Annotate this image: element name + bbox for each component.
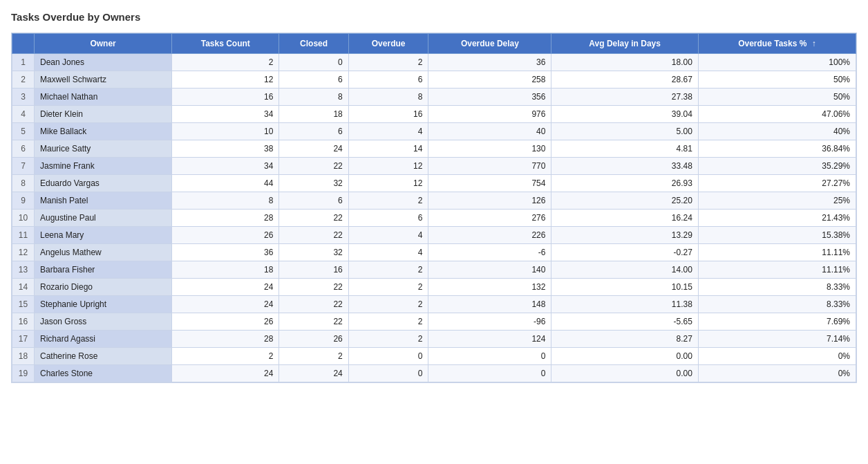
table-row: 16Jason Gross26222-96-5.657.69% xyxy=(12,313,856,331)
cell-rownum: 15 xyxy=(12,296,35,313)
table-row: 11Leena Mary2622422613.2915.38% xyxy=(12,227,856,244)
cell-overdueDelay: 0 xyxy=(428,365,551,382)
col-header-tasks-count[interactable]: Tasks Count xyxy=(172,34,279,54)
cell-tasksCount: 24 xyxy=(172,296,279,313)
cell-overdueDelay: 276 xyxy=(428,210,551,227)
cell-overdueDelay: 148 xyxy=(428,296,551,313)
cell-tasksCount: 2 xyxy=(172,348,279,365)
cell-overdueTasksPct: 50% xyxy=(698,89,856,106)
cell-closed: 32 xyxy=(279,175,348,192)
cell-tasksCount: 8 xyxy=(172,192,279,210)
cell-closed: 8 xyxy=(279,89,348,106)
cell-rownum: 11 xyxy=(12,227,35,244)
cell-tasksCount: 34 xyxy=(172,106,279,123)
cell-tasksCount: 44 xyxy=(172,175,279,192)
cell-closed: 22 xyxy=(279,227,348,244)
cell-overdue: 2 xyxy=(348,296,428,313)
cell-overdue: 2 xyxy=(348,54,428,71)
col-header-overdue-delay[interactable]: Overdue Delay xyxy=(428,34,551,54)
cell-overdue: 6 xyxy=(348,71,428,89)
cell-overdue: 12 xyxy=(348,175,428,192)
col-header-overdue-pct[interactable]: Overdue Tasks % ↑ xyxy=(698,34,856,54)
cell-overdueTasksPct: 11.11% xyxy=(698,261,856,279)
cell-closed: 22 xyxy=(279,313,348,331)
cell-rownum: 9 xyxy=(12,192,35,210)
cell-overdueTasksPct: 8.33% xyxy=(698,279,856,296)
cell-rownum: 8 xyxy=(12,175,35,192)
cell-overdueDelay: 258 xyxy=(428,71,551,89)
cell-rownum: 7 xyxy=(12,158,35,175)
col-header-owner[interactable]: Owner xyxy=(35,34,172,54)
cell-tasksCount: 18 xyxy=(172,261,279,279)
cell-owner: Eduardo Vargas xyxy=(35,175,172,192)
cell-owner: Leena Mary xyxy=(35,227,172,244)
cell-overdueDelay: 132 xyxy=(428,279,551,296)
sort-asc-icon: ↑ xyxy=(812,39,816,48)
cell-owner: Jason Gross xyxy=(35,313,172,331)
cell-overdueTasksPct: 7.14% xyxy=(698,331,856,348)
cell-overdueTasksPct: 7.69% xyxy=(698,313,856,331)
cell-overdue: 12 xyxy=(348,158,428,175)
cell-overdue: 6 xyxy=(348,210,428,227)
cell-overdue: 4 xyxy=(348,227,428,244)
cell-closed: 22 xyxy=(279,210,348,227)
cell-overdueTasksPct: 36.84% xyxy=(698,140,856,158)
cell-tasksCount: 10 xyxy=(172,123,279,140)
cell-overdue: 2 xyxy=(348,331,428,348)
cell-overdue: 8 xyxy=(348,89,428,106)
cell-overdue: 0 xyxy=(348,365,428,382)
table-row: 4Dieter Klein34181697639.0447.06% xyxy=(12,106,856,123)
table-row: 5Mike Ballack1064405.0040% xyxy=(12,123,856,140)
col-header-avg-delay[interactable]: Avg Delay in Days xyxy=(551,34,698,54)
cell-overdueDelay: 356 xyxy=(428,89,551,106)
cell-avgDelayDays: 11.38 xyxy=(551,296,698,313)
page-title: Tasks Overdue by Owners xyxy=(11,11,857,23)
cell-avgDelayDays: 26.93 xyxy=(551,175,698,192)
table-container: Owner Tasks Count Closed Overdue Overdue… xyxy=(11,33,857,383)
cell-closed: 6 xyxy=(279,123,348,140)
cell-owner: Michael Nathan xyxy=(35,89,172,106)
cell-closed: 18 xyxy=(279,106,348,123)
cell-overdueDelay: 226 xyxy=(428,227,551,244)
cell-overdueTasksPct: 27.27% xyxy=(698,175,856,192)
cell-tasksCount: 38 xyxy=(172,140,279,158)
cell-tasksCount: 24 xyxy=(172,365,279,382)
cell-overdueDelay: -6 xyxy=(428,244,551,261)
cell-tasksCount: 28 xyxy=(172,331,279,348)
cell-overdueTasksPct: 21.43% xyxy=(698,210,856,227)
cell-avgDelayDays: 13.29 xyxy=(551,227,698,244)
cell-owner: Rozario Diego xyxy=(35,279,172,296)
cell-rownum: 19 xyxy=(12,365,35,382)
cell-closed: 6 xyxy=(279,192,348,210)
cell-overdueTasksPct: 11.11% xyxy=(698,244,856,261)
cell-owner: Charles Stone xyxy=(35,365,172,382)
col-header-overdue[interactable]: Overdue xyxy=(348,34,428,54)
cell-overdue: 2 xyxy=(348,261,428,279)
cell-owner: Dieter Klein xyxy=(35,106,172,123)
cell-avgDelayDays: 33.48 xyxy=(551,158,698,175)
cell-avgDelayDays: 14.00 xyxy=(551,261,698,279)
cell-avgDelayDays: 18.00 xyxy=(551,54,698,71)
table-row: 9Manish Patel86212625.2025% xyxy=(12,192,856,210)
table-row: 3Michael Nathan168835627.3850% xyxy=(12,89,856,106)
table-row: 17Richard Agassi282621248.277.14% xyxy=(12,331,856,348)
cell-closed: 22 xyxy=(279,296,348,313)
cell-owner: Stephanie Upright xyxy=(35,296,172,313)
tasks-overdue-table: Owner Tasks Count Closed Overdue Overdue… xyxy=(12,33,856,382)
cell-closed: 22 xyxy=(279,279,348,296)
col-header-closed[interactable]: Closed xyxy=(279,34,348,54)
cell-avgDelayDays: 27.38 xyxy=(551,89,698,106)
cell-closed: 2 xyxy=(279,348,348,365)
cell-owner: Barbara Fisher xyxy=(35,261,172,279)
cell-tasksCount: 16 xyxy=(172,89,279,106)
cell-avgDelayDays: -0.27 xyxy=(551,244,698,261)
cell-rownum: 6 xyxy=(12,140,35,158)
cell-overdueDelay: 130 xyxy=(428,140,551,158)
cell-avgDelayDays: 5.00 xyxy=(551,123,698,140)
cell-owner: Maxwell Schwartz xyxy=(35,71,172,89)
cell-overdueDelay: 126 xyxy=(428,192,551,210)
cell-overdueDelay: 0 xyxy=(428,348,551,365)
table-row: 1Dean Jones2023618.00100% xyxy=(12,54,856,71)
cell-avgDelayDays: 39.04 xyxy=(551,106,698,123)
cell-owner: Catherine Rose xyxy=(35,348,172,365)
